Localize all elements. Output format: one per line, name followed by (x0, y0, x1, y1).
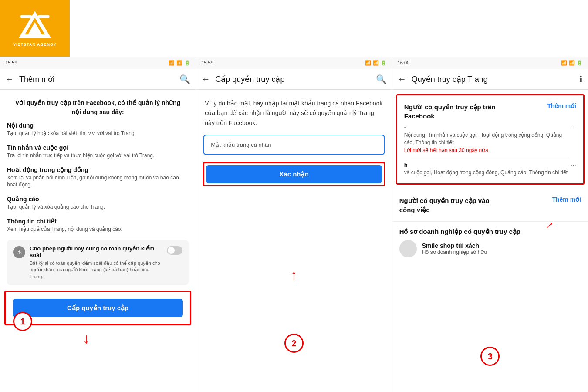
logo: VIETSTAR AGENOY (0, 0, 70, 57)
status-icons-2: 📶 📶 🔋 (365, 60, 387, 66)
full-control-section: ⚠ Cho phép người này cũng có toàn quyền … (7, 240, 189, 285)
more-options-1[interactable]: ··· (571, 124, 576, 132)
password-input-label: Mật khẩu trang cá nhân (211, 142, 377, 148)
status-icons-1: 📶 📶 🔋 (169, 60, 190, 66)
item-desc-noi-dung: Tạo, quản lý hoặc xóa bài viết, tin, v.v… (7, 130, 189, 137)
nav-bar-3: ← Quyền truy cập Trang ℹ (392, 69, 588, 90)
list-item: Thông tin chi tiết Xem hiệu quả của Tran… (7, 218, 189, 233)
work-access-section: Người có quyền truy cập vào công việc Th… (392, 189, 588, 222)
list-item: Quảng cáo Tạo, quản lý và xóa quảng cáo … (7, 196, 189, 211)
facebook-access-section-box: Người có quyền truy cập trên Facebook Th… (396, 94, 585, 185)
status-bar-2: 15:59 📶 📶 🔋 (196, 57, 392, 69)
p1-items-list: Nội dung Tạo, quản lý hoặc xóa bài viết,… (0, 122, 196, 233)
back-button-2[interactable]: ← (201, 74, 210, 84)
item-desc-quang-cao: Tạo, quản lý và xóa quảng cáo cho Trang. (7, 203, 189, 211)
divider-1 (411, 157, 569, 157)
logo-text: VIETSTAR AGENOY (13, 42, 57, 47)
full-control-desc: Bất kỳ ai có toàn quyền kiểm soát đều có… (30, 260, 162, 280)
biz-row: Smile shop túi xách Hồ sơ doanh nghiệp s… (399, 240, 581, 257)
item-title-noi-dung: Nội dung (7, 122, 189, 129)
person-name-1: · (404, 124, 576, 131)
more-options-2[interactable]: ··· (571, 162, 576, 169)
search-icon-2[interactable]: 🔍 (376, 74, 387, 84)
full-control-toggle[interactable] (167, 246, 182, 255)
password-input-box[interactable]: Mật khẩu trang cá nhân (203, 135, 385, 155)
facebook-access-title: Người có quyền truy cập trên Facebook (404, 102, 500, 121)
time-1: 15:59 (5, 60, 17, 65)
nav-title-2: Cấp quyền truy cập (215, 74, 375, 84)
xac-nhan-button-box: Xác nhận (203, 162, 385, 186)
time-2: 15:59 (201, 60, 213, 65)
list-item: Nội dung Tạo, quản lý hoặc xóa bài viết,… (7, 122, 189, 137)
list-item: Tin nhắn và cuộc gọi Trả lời tin nhắn tr… (7, 144, 189, 159)
nav-bar-1: ← Thêm mới 🔍 (0, 69, 196, 90)
panel-3: 16:00 📶 📶 🔋 ← Quyền truy cập Trang ℹ Ngư… (392, 57, 588, 392)
biz-access-section: Hồ sơ doanh nghiệp có quyền truy cập Smi… (392, 222, 588, 264)
biz-sub: Hồ sơ doanh nghiệp sở hữu (422, 249, 487, 255)
biz-name: Smile shop túi xách (422, 242, 487, 249)
xac-nhan-button[interactable]: Xác nhận (206, 165, 382, 183)
step-number-3: 3 (480, 347, 500, 366)
facebook-access-section: Người có quyền truy cập trên Facebook Th… (397, 95, 583, 183)
back-button-3[interactable]: ← (398, 74, 406, 84)
info-icon-3[interactable]: ℹ (579, 74, 583, 84)
time-3: 16:00 (398, 60, 410, 65)
panel-1-content: Với quyền truy cập trên Facebook, có thể… (0, 90, 196, 392)
biz-info: Smile shop túi xách Hồ sơ doanh nghiệp s… (422, 242, 487, 255)
item-title-thong-tin: Thông tin chi tiết (7, 218, 189, 225)
search-icon-1[interactable]: 🔍 (179, 74, 190, 84)
item-title-quang-cao: Quảng cáo (7, 196, 189, 203)
item-title-tin-nhan: Tin nhắn và cuộc gọi (7, 144, 189, 151)
status-bar-1: 15:59 📶 📶 🔋 (0, 57, 196, 69)
p2-description: Vì lý do bảo mật, hãy nhập lại mật khẩu … (196, 90, 392, 135)
list-item: Hoạt động trong cộng đồng Xem lại và phả… (7, 166, 189, 189)
person-expiry-1: Lời mời sẽ hết hạn sau 30 ngày nữa (404, 147, 576, 153)
item-desc-tin-nhan: Trả lời tin nhắn trực tiếp và thực hiện … (7, 152, 189, 159)
person-perms-1: Nội dung, Tin nhắn và cuộc gọi, Hoạt độn… (404, 132, 576, 146)
panel-1: 15:59 📶 📶 🔋 ← Thêm mới 🔍 Với quyền truy … (0, 57, 196, 392)
person-row-2: ··· h và cuộc gọi, Hoạt động trong cộng … (404, 162, 576, 176)
item-desc-thong-tin: Xem hiệu quả của Trang, nội dung và quản… (7, 226, 189, 233)
person-row-1: ··· · Nội dung, Tin nhắn và cuộc gọi, Ho… (404, 124, 576, 153)
cap-quyen-button[interactable]: Cấp quyền truy cập (13, 299, 183, 317)
section-header: Người có quyền truy cập trên Facebook Th… (404, 102, 576, 121)
full-control-title: Cho phép người này cũng có toàn quyền ki… (30, 245, 162, 258)
add-work-access-link[interactable]: Thêm mới (552, 196, 581, 203)
arrow-1: ↑ (83, 332, 90, 348)
item-desc-hoat-dong: Xem lại và phản hồi bình luận, gỡ nội du… (7, 174, 189, 189)
person-name-2: h (404, 162, 576, 168)
nav-title-1: Thêm mới (19, 74, 179, 84)
biz-access-title: Hồ sơ doanh nghiệp có quyền truy cập (399, 228, 581, 236)
arrow-2: ↑ (291, 267, 297, 283)
back-button-1[interactable]: ← (5, 74, 14, 84)
nav-title-3: Quyền truy cập Trang (412, 74, 579, 84)
cap-quyen-button-box: Cấp quyền truy cập (4, 291, 191, 325)
add-facebook-access-link[interactable]: Thêm mới (547, 102, 576, 109)
warning-icon: ⚠ (13, 246, 25, 258)
person-perms-2: và cuộc gọi, Hoạt động trong cộng đồng, … (404, 169, 576, 176)
p1-intro-text: Với quyền truy cập trên Facebook, có thể… (0, 90, 196, 122)
work-section-header: Người có quyền truy cập vào công việc Th… (399, 196, 581, 214)
status-bar-3: 16:00 📶 📶 🔋 (392, 57, 588, 69)
biz-avatar (399, 240, 417, 257)
status-icons-3: 📶 📶 🔋 (561, 60, 583, 66)
panel-2: 15:59 📶 📶 🔋 ← Cấp quyền truy cập 🔍 Vì lý… (196, 57, 392, 392)
work-access-title: Người có quyền truy cập vào công việc (399, 196, 495, 214)
step-number-2: 2 (284, 334, 304, 353)
step-number-1: 1 (13, 312, 32, 331)
nav-bar-2: ← Cấp quyền truy cập 🔍 (196, 69, 392, 90)
item-title-hoat-dong: Hoạt động trong cộng đồng (7, 166, 189, 173)
